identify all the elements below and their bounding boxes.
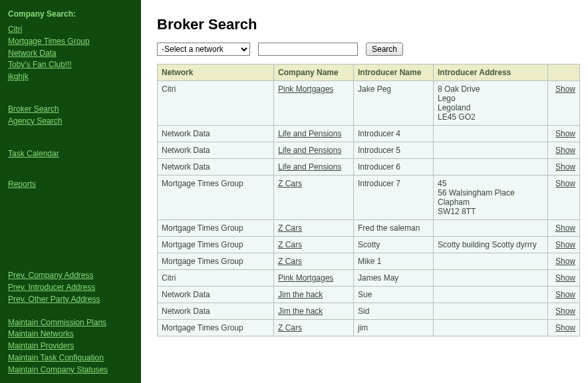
company-link[interactable]: Pink Mortgages bbox=[278, 273, 333, 283]
search-input[interactable] bbox=[258, 43, 358, 56]
cell-action: Show bbox=[548, 287, 580, 303]
cell-company: Jim the hack bbox=[274, 287, 354, 303]
cell-introducer-address bbox=[434, 320, 548, 336]
sidebar-company-link-2[interactable]: Network Data bbox=[8, 48, 133, 59]
company-link[interactable]: Z Cars bbox=[278, 223, 302, 233]
cell-company: Pink Mortgages bbox=[274, 81, 354, 126]
table-row: Network DataJim the hackSidShow bbox=[158, 303, 580, 320]
cell-network: Mortgage Times Group bbox=[158, 220, 274, 237]
cell-introducer-address: 4556 Walsingham PlaceClaphamSW12 8TT bbox=[434, 176, 548, 220]
show-link[interactable]: Show bbox=[555, 273, 575, 283]
sidebar-maintain-link-1[interactable]: Maintain Networks bbox=[8, 328, 133, 340]
table-row: Mortgage Times GroupZ CarsjimShow bbox=[158, 320, 580, 336]
cell-action: Show bbox=[548, 220, 580, 237]
cell-network: Network Data bbox=[158, 287, 274, 303]
cell-company: Life and Pensions bbox=[274, 159, 354, 176]
sidebar: Company Search: CitriMortgage Times Grou… bbox=[0, 0, 141, 383]
th-introducer-address: Introducer Address bbox=[434, 64, 548, 81]
sidebar-company-link-1[interactable]: Mortgage Times Group bbox=[8, 36, 133, 47]
company-link[interactable]: Z Cars bbox=[278, 257, 302, 266]
address-line: Lego bbox=[438, 94, 543, 103]
company-link[interactable]: Z Cars bbox=[278, 240, 302, 249]
show-link[interactable]: Show bbox=[555, 290, 575, 299]
cell-action: Show bbox=[548, 237, 580, 253]
sidebar-prev-link-2[interactable]: Prev. Other Party Address bbox=[8, 294, 133, 305]
cell-introducer-address bbox=[434, 126, 548, 142]
show-link[interactable]: Show bbox=[555, 307, 575, 316]
cell-company: Z Cars bbox=[274, 253, 354, 270]
sidebar-search-link-0[interactable]: Broker Search bbox=[8, 104, 133, 115]
page-title: Broker Search bbox=[157, 16, 580, 33]
table-row: CitriPink Mortgages Jake Peg8 Oak DriveL… bbox=[158, 81, 580, 126]
cell-company: Pink Mortgages bbox=[274, 270, 354, 287]
cell-action: Show bbox=[548, 270, 580, 287]
table-row: Mortgage Times GroupZ CarsScottyScotty b… bbox=[158, 237, 580, 253]
cell-network: Mortgage Times Group bbox=[158, 253, 274, 270]
show-link[interactable]: Show bbox=[555, 162, 575, 172]
company-link[interactable]: Life and Pensions bbox=[278, 162, 341, 172]
cell-action: Show bbox=[548, 303, 580, 320]
address-line: LE45 GO2 bbox=[438, 112, 543, 122]
table-row: Mortgage Times GroupZ CarsIntroducer 745… bbox=[158, 176, 580, 220]
sidebar-reports-link-0[interactable]: Reports bbox=[8, 179, 133, 190]
misc-links-2: Reports bbox=[8, 179, 133, 190]
cell-introducer-name: Introducer 7 bbox=[354, 176, 434, 220]
sidebar-company-link-4[interactable]: jkghjk bbox=[8, 71, 133, 82]
cell-company: Z Cars bbox=[274, 320, 354, 336]
th-action bbox=[548, 64, 580, 81]
cell-action: Show bbox=[548, 81, 580, 126]
company-link[interactable]: Z Cars bbox=[278, 179, 302, 188]
company-link[interactable]: Pink Mortgages bbox=[278, 84, 333, 94]
cell-network: Citri bbox=[158, 81, 274, 126]
company-link[interactable]: Jim the hack bbox=[278, 307, 323, 316]
search-button[interactable]: Search bbox=[366, 43, 403, 56]
sidebar-prev-link-1[interactable]: Prev. Introducer Address bbox=[8, 282, 133, 293]
cell-introducer-name: Sue bbox=[354, 287, 434, 303]
show-link[interactable]: Show bbox=[555, 223, 575, 233]
search-links: Broker SearchAgency Search bbox=[8, 104, 133, 127]
cell-company: Z Cars bbox=[274, 176, 354, 220]
sidebar-maintain-link-4[interactable]: Maintain Company Statuses bbox=[8, 364, 133, 376]
company-link[interactable]: Jim the hack bbox=[278, 290, 323, 299]
cell-introducer-name: Introducer 5 bbox=[354, 142, 434, 159]
company-links: CitriMortgage Times GroupNetwork DataTob… bbox=[8, 24, 133, 82]
show-link[interactable]: Show bbox=[555, 179, 575, 188]
misc-links-1: Task Calendar bbox=[8, 148, 133, 160]
main-content: Broker Search -Select a network Search N… bbox=[141, 0, 588, 383]
table-row: Network DataLife and PensionsIntroducer … bbox=[158, 159, 580, 176]
broker-table: Network Company Name Introducer Name Int… bbox=[157, 64, 580, 336]
cell-introducer-address: Scotty building Scotty dyrrry bbox=[434, 237, 548, 253]
sidebar-maintain-link-2[interactable]: Maintain Providers bbox=[8, 340, 133, 352]
cell-company: Z Cars bbox=[274, 220, 354, 237]
show-link[interactable]: Show bbox=[555, 129, 575, 138]
table-row: Mortgage Times GroupZ CarsFred the salem… bbox=[158, 220, 580, 237]
address-line: 8 Oak Drive bbox=[438, 84, 543, 94]
cell-introducer-name: Jake Peg bbox=[354, 81, 434, 126]
sidebar-maintain-link-3[interactable]: Maintain Task Configuation bbox=[8, 352, 133, 364]
sidebar-prev-link-0[interactable]: Prev. Company Address bbox=[8, 270, 133, 281]
cell-company: Life and Pensions bbox=[274, 126, 354, 142]
show-link[interactable]: Show bbox=[555, 323, 575, 332]
th-introducer-name: Introducer Name bbox=[354, 64, 434, 81]
cell-network: Mortgage Times Group bbox=[158, 237, 274, 253]
cell-introducer-name: Scotty bbox=[354, 237, 434, 253]
sidebar-task-link-0[interactable]: Task Calendar bbox=[8, 148, 133, 160]
company-link[interactable]: Life and Pensions bbox=[278, 129, 341, 138]
prev-links: Prev. Company AddressPrev. Introducer Ad… bbox=[8, 270, 133, 305]
sidebar-company-link-0[interactable]: Citri bbox=[8, 24, 133, 35]
company-link[interactable]: Life and Pensions bbox=[278, 146, 341, 155]
show-link[interactable]: Show bbox=[555, 146, 575, 155]
show-link[interactable]: Show bbox=[555, 84, 575, 94]
sidebar-search-link-1[interactable]: Agency Search bbox=[8, 116, 133, 127]
cell-network: Network Data bbox=[158, 303, 274, 320]
sidebar-maintain-link-0[interactable]: Maintain Commission Plans bbox=[8, 317, 133, 328]
table-row: Network DataJim the hackSueShow bbox=[158, 287, 580, 303]
show-link[interactable]: Show bbox=[555, 240, 575, 249]
sidebar-company-link-3[interactable]: Toby's Fan Club!!! bbox=[8, 59, 133, 70]
company-link[interactable]: Z Cars bbox=[278, 323, 302, 332]
table-row: CitriPink Mortgages James MayShow bbox=[158, 270, 580, 287]
network-select[interactable]: -Select a network bbox=[157, 43, 250, 56]
cell-introducer-address bbox=[434, 253, 548, 270]
show-link[interactable]: Show bbox=[555, 257, 575, 266]
cell-introducer-name: Introducer 4 bbox=[354, 126, 434, 142]
